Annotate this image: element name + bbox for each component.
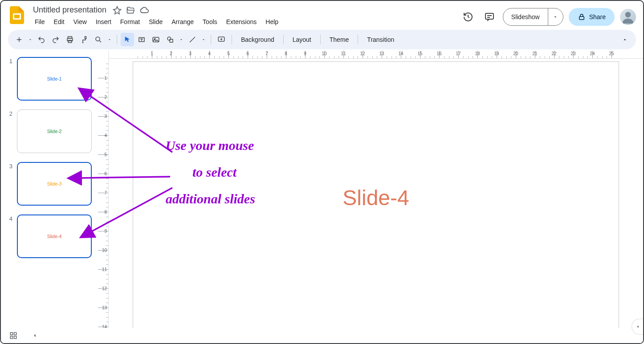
thumbnail-number: 1 — [5, 57, 12, 65]
vertical-ruler: 1234567891011121314 — [98, 51, 109, 328]
separator — [358, 35, 358, 45]
toolbar: Background Layout Theme Transition — [8, 30, 636, 49]
slideshow-button: Slideshow — [503, 8, 563, 26]
transition-button[interactable]: Transition — [362, 36, 399, 43]
grid-view-button[interactable] — [8, 330, 19, 341]
comments-icon[interactable] — [481, 9, 497, 25]
svg-rect-15 — [10, 332, 12, 335]
separator — [211, 35, 211, 45]
new-slide-button[interactable] — [12, 33, 26, 46]
svg-rect-17 — [10, 336, 12, 339]
thumbnail-number: 3 — [5, 162, 12, 170]
collapse-toolbar-button[interactable] — [618, 33, 632, 46]
star-icon[interactable] — [113, 6, 122, 15]
history-icon[interactable] — [460, 9, 476, 25]
new-slide-dropdown[interactable] — [27, 33, 34, 46]
editor-column: 1234567891011121314 12345678910111213141… — [98, 51, 643, 328]
app-header: Untitled presentation File Edit View Ins… — [1, 1, 643, 27]
background-button[interactable]: Background — [236, 36, 280, 43]
undo-button[interactable] — [35, 33, 48, 46]
move-icon[interactable] — [126, 6, 135, 15]
slide-canvas[interactable]: Slide-4 — [133, 61, 619, 328]
separator — [320, 35, 321, 45]
slide-title-text[interactable]: Slide-4 — [342, 186, 409, 210]
svg-rect-1 — [14, 15, 20, 18]
slide-thumbnail[interactable]: Slide-3 — [17, 162, 92, 206]
line-dropdown[interactable] — [200, 33, 207, 46]
svg-point-12 — [167, 37, 171, 40]
menu-file[interactable]: File — [31, 16, 49, 27]
svg-rect-18 — [14, 336, 16, 339]
canvas-viewport[interactable]: Slide-4 — [109, 51, 643, 328]
share-button[interactable]: Share — [569, 8, 615, 26]
line-tool[interactable] — [186, 33, 199, 46]
redo-button[interactable] — [49, 33, 62, 46]
filmstrip: 1Slide-12Slide-23Slide-34Slide-4 — [1, 51, 98, 328]
lock-icon — [578, 13, 586, 21]
thumbnail-number: 2 — [5, 109, 12, 117]
separator — [232, 35, 232, 45]
menu-help[interactable]: Help — [262, 16, 282, 27]
cloud-status-icon[interactable] — [139, 5, 149, 15]
select-tool[interactable] — [121, 33, 134, 46]
menu-insert[interactable]: Insert — [92, 16, 115, 27]
paint-format-button[interactable] — [77, 33, 91, 46]
share-label: Share — [589, 13, 606, 20]
image-tool[interactable] — [149, 33, 163, 46]
thumbnail-number: 4 — [5, 214, 12, 222]
separator — [283, 35, 284, 45]
menu-tools[interactable]: Tools — [199, 16, 221, 27]
print-button[interactable] — [63, 33, 77, 46]
menu-arrange[interactable]: Arrange — [168, 16, 197, 27]
thumbnail-row: 3Slide-3 — [5, 162, 98, 206]
slideshow-main[interactable]: Slideshow — [503, 13, 548, 20]
menu-slide[interactable]: Slide — [145, 16, 166, 27]
theme-button[interactable]: Theme — [324, 36, 355, 43]
menu-format[interactable]: Format — [117, 16, 143, 27]
menu-extensions[interactable]: Extensions — [223, 16, 260, 27]
svg-point-4 — [625, 12, 631, 18]
shape-tool[interactable] — [163, 33, 177, 46]
zoom-button[interactable] — [92, 33, 105, 46]
svg-rect-3 — [579, 16, 584, 20]
menu-bar: File Edit View Insert Format Slide Arran… — [31, 16, 455, 27]
svg-rect-2 — [485, 13, 493, 19]
status-bar — [1, 328, 643, 343]
thumbnail-row: 2Slide-2 — [5, 109, 98, 153]
document-title[interactable]: Untitled presentation — [31, 4, 108, 16]
slide-thumbnail[interactable]: Slide-4 — [17, 214, 92, 258]
svg-rect-16 — [14, 332, 16, 335]
zoom-dropdown[interactable] — [106, 33, 113, 46]
shape-dropdown[interactable] — [178, 33, 185, 46]
account-avatar[interactable] — [620, 9, 636, 25]
thumbnail-row: 4Slide-4 — [5, 214, 98, 258]
textbox-tool[interactable] — [135, 33, 148, 46]
slide-thumbnail[interactable]: Slide-2 — [17, 109, 92, 153]
menu-view[interactable]: View — [70, 16, 90, 27]
svg-point-8 — [96, 37, 100, 41]
slide-thumbnail[interactable]: Slide-1 — [17, 57, 92, 101]
layout-button[interactable]: Layout — [287, 36, 317, 43]
separator — [117, 35, 117, 45]
thumbnail-row: 1Slide-1 — [5, 57, 98, 101]
menu-edit[interactable]: Edit — [50, 16, 68, 27]
speaker-notes-toggle[interactable] — [29, 330, 40, 341]
work-area: 1Slide-12Slide-23Slide-34Slide-4 1234567… — [1, 51, 643, 328]
comment-tool[interactable] — [215, 33, 228, 46]
slides-logo[interactable] — [8, 6, 26, 24]
slideshow-dropdown[interactable] — [548, 8, 563, 25]
